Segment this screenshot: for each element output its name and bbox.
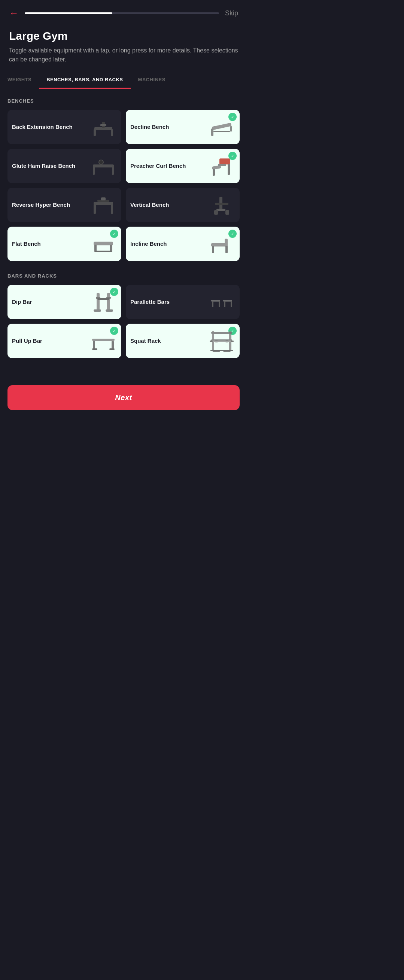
card-icon bbox=[90, 291, 117, 313]
svg-rect-21 bbox=[111, 204, 113, 214]
svg-rect-54 bbox=[109, 348, 114, 350]
svg-rect-49 bbox=[231, 301, 232, 307]
card-icon bbox=[90, 155, 117, 177]
svg-rect-48 bbox=[224, 301, 225, 307]
card-flat-bench[interactable]: ✓ Flat Bench bbox=[8, 227, 121, 261]
card-label: Flat Bench bbox=[12, 240, 90, 248]
svg-rect-46 bbox=[219, 301, 220, 307]
tab-bar: WEIGHTS BENCHES, BARS, AND RACKS MACHINE… bbox=[0, 72, 247, 89]
card-icon bbox=[208, 233, 235, 255]
card-label: Reverse Hyper Bench bbox=[12, 201, 90, 208]
svg-rect-35 bbox=[212, 246, 214, 253]
svg-rect-20 bbox=[93, 204, 96, 214]
next-button-wrap: Next bbox=[0, 379, 247, 422]
svg-rect-65 bbox=[210, 340, 213, 342]
svg-rect-32 bbox=[95, 251, 112, 252]
svg-rect-42 bbox=[106, 309, 113, 312]
page-subtitle: Toggle available equipment with a tap, o… bbox=[9, 46, 238, 64]
card-icon bbox=[208, 291, 235, 313]
card-label: Incline Bench bbox=[130, 240, 208, 248]
bars-racks-section-label: BARS AND RACKS bbox=[8, 273, 240, 279]
card-label: Squat Rack bbox=[130, 337, 208, 345]
svg-rect-14 bbox=[219, 159, 230, 164]
svg-rect-50 bbox=[92, 339, 114, 341]
svg-rect-34 bbox=[225, 239, 228, 247]
svg-rect-9 bbox=[93, 164, 114, 167]
content-area: BENCHES Back Extension Bench ✓ Decline B… bbox=[0, 89, 247, 379]
tab-machines[interactable]: MACHINES bbox=[131, 72, 173, 89]
header: ← Skip bbox=[0, 0, 247, 24]
card-reverse-hyper-bench[interactable]: Reverse Hyper Bench bbox=[8, 188, 121, 222]
progress-fill bbox=[25, 12, 112, 14]
svg-rect-28 bbox=[215, 203, 228, 205]
svg-rect-45 bbox=[212, 301, 214, 307]
card-label: Decline Bench bbox=[130, 123, 208, 131]
benches-section-label: BENCHES bbox=[8, 98, 240, 104]
svg-rect-43 bbox=[97, 298, 109, 300]
next-button[interactable]: Next bbox=[8, 385, 240, 410]
card-parallette-bars[interactable]: Parallette Bars bbox=[126, 285, 240, 319]
card-label: Back Extension Bench bbox=[12, 123, 90, 131]
card-icon bbox=[90, 330, 117, 352]
card-label: Parallette Bars bbox=[130, 298, 208, 306]
svg-rect-29 bbox=[93, 242, 113, 245]
svg-rect-53 bbox=[92, 348, 97, 350]
card-decline-bench[interactable]: ✓ Decline Bench bbox=[126, 110, 240, 144]
card-dip-bar[interactable]: ✓ Dip Bar bbox=[8, 285, 121, 319]
tab-benches-bars-racks[interactable]: BENCHES, BARS, AND RACKS bbox=[39, 72, 130, 89]
svg-rect-63 bbox=[211, 350, 233, 351]
card-label: Preacher Curl Bench bbox=[130, 162, 208, 170]
card-icon bbox=[208, 155, 235, 177]
svg-rect-5 bbox=[212, 123, 232, 130]
card-glute-ham-raise-bench[interactable]: Glute Ham Raise Bench bbox=[8, 149, 121, 183]
svg-rect-16 bbox=[213, 169, 215, 176]
card-label: Vertical Bench bbox=[130, 201, 208, 208]
page-title: Large Gym bbox=[9, 30, 238, 42]
card-icon bbox=[90, 116, 117, 138]
svg-rect-12 bbox=[112, 167, 114, 175]
card-icon bbox=[90, 194, 117, 216]
svg-rect-23 bbox=[101, 197, 106, 200]
progress-bar bbox=[25, 12, 219, 14]
card-preacher-curl-bench[interactable]: ✓ Preacher Curl Bench bbox=[126, 149, 240, 183]
svg-rect-6 bbox=[211, 129, 214, 136]
skip-button[interactable]: Skip bbox=[225, 10, 238, 17]
svg-rect-64 bbox=[210, 340, 234, 342]
svg-rect-66 bbox=[231, 340, 234, 342]
card-pull-up-bar[interactable]: ✓ Pull Up Bar bbox=[8, 324, 121, 358]
svg-rect-8 bbox=[214, 131, 230, 132]
svg-rect-57 bbox=[211, 332, 232, 334]
svg-rect-41 bbox=[93, 309, 101, 312]
title-section: Large Gym Toggle available equipment wit… bbox=[0, 24, 247, 72]
card-icon bbox=[208, 330, 235, 352]
svg-rect-17 bbox=[228, 164, 230, 175]
card-label: Glute Ham Raise Bench bbox=[12, 162, 90, 170]
tab-weights[interactable]: WEIGHTS bbox=[0, 72, 39, 89]
card-icon bbox=[208, 194, 235, 216]
card-incline-bench[interactable]: ✓ Incline Bench bbox=[126, 227, 240, 261]
svg-rect-26 bbox=[214, 210, 218, 215]
bars-racks-grid: ✓ Dip Bar Parallette Bars bbox=[8, 285, 240, 358]
svg-point-13 bbox=[99, 160, 103, 164]
card-squat-rack[interactable]: ✓ Squat Rack bbox=[126, 324, 240, 358]
svg-rect-36 bbox=[225, 246, 228, 253]
card-icon bbox=[208, 116, 235, 138]
svg-rect-37 bbox=[97, 293, 100, 311]
card-label: Dip Bar bbox=[12, 298, 90, 306]
svg-rect-27 bbox=[225, 210, 229, 215]
svg-rect-4 bbox=[100, 124, 106, 126]
card-back-extension-bench[interactable]: Back Extension Bench bbox=[8, 110, 121, 144]
card-label: Pull Up Bar bbox=[12, 337, 90, 345]
card-vertical-bench[interactable]: Vertical Bench bbox=[126, 188, 240, 222]
svg-rect-11 bbox=[93, 167, 95, 175]
card-icon bbox=[90, 233, 117, 255]
benches-grid: Back Extension Bench ✓ Decline Bench bbox=[8, 110, 240, 261]
svg-rect-3 bbox=[111, 129, 113, 136]
svg-rect-2 bbox=[93, 129, 96, 136]
svg-rect-18 bbox=[218, 164, 226, 166]
svg-rect-7 bbox=[230, 126, 232, 132]
back-button[interactable]: ← bbox=[9, 8, 19, 19]
svg-rect-19 bbox=[93, 202, 113, 205]
svg-rect-38 bbox=[107, 293, 110, 311]
